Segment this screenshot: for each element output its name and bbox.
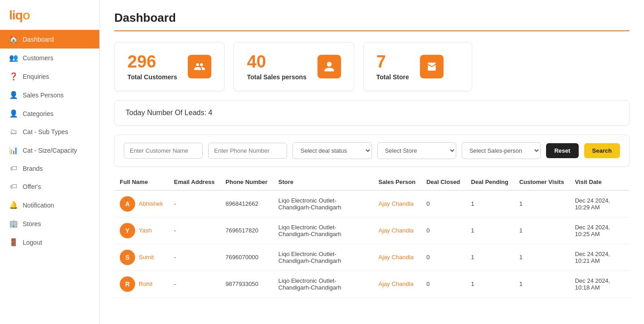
- cell-deal-closed: 0: [421, 190, 465, 218]
- offers-icon: 🏷: [9, 183, 18, 191]
- cell-visit-date: Dec 24 2024, 10:18 AM: [570, 271, 629, 297]
- main-content: Dashboard 296 Total Customers 40 Total S…: [100, 0, 644, 324]
- home-icon: 🏠: [9, 35, 18, 44]
- cell-email: -: [168, 217, 220, 244]
- col-deal-closed: Deal Closed: [421, 174, 465, 190]
- sales-person-link[interactable]: Ajay Chandla: [378, 280, 413, 287]
- cell-fullname: Y Yash: [114, 217, 168, 244]
- leads-banner: Today Number Of Leads: 4: [114, 100, 629, 126]
- cell-visit-date: Dec 24 2024, 10:25 AM: [570, 217, 629, 244]
- cat-size-icon: 📊: [9, 146, 18, 155]
- cell-fullname: R Rohit: [114, 271, 168, 297]
- customer-avatar: R: [120, 276, 135, 292]
- cell-deal-closed: 0: [421, 217, 465, 244]
- stat-card-salespersons: 40 Total Sales persons: [234, 42, 354, 91]
- customer-avatar: Y: [120, 223, 135, 238]
- sidebar-nav: 🏠 Dashboard 👥 Customers ❓ Enquiries 👤 Sa…: [0, 30, 99, 324]
- sidebar-item-enquiries[interactable]: ❓ Enquiries: [0, 67, 99, 86]
- categories-icon: 👤: [9, 109, 18, 118]
- cell-store: Liqo Electronic Outlet-Chandigarh-Chandi…: [273, 244, 373, 271]
- stat-card-customers: 296 Total Customers: [114, 42, 224, 91]
- cell-deal-pending: 1: [466, 217, 514, 244]
- sidebar-item-customers[interactable]: 👥 Customers: [0, 48, 99, 67]
- search-button[interactable]: Search: [584, 143, 620, 158]
- sidebar-item-dashboard[interactable]: 🏠 Dashboard: [0, 30, 99, 48]
- deal-status-select[interactable]: Select deal status Open Closed Pending: [293, 142, 371, 159]
- notification-icon: 🔔: [9, 201, 18, 209]
- sidebar-item-brands[interactable]: 🏷 Brands: [0, 160, 99, 178]
- col-fullname: Full Name: [114, 174, 168, 190]
- sidebar-item-logout[interactable]: 🚪 Logout: [0, 233, 99, 251]
- cell-deal-pending: 1: [466, 271, 514, 297]
- salespersons-stat-icon: [317, 55, 341, 78]
- cell-store: Liqo Electronic Outlet-Chandigarh-Chandi…: [273, 271, 373, 297]
- cell-visit-date: Dec 24 2024, 10:29 AM: [570, 190, 629, 218]
- stat-label-customers: Total Customers: [127, 73, 177, 81]
- title-divider: [114, 30, 629, 31]
- cell-fullname: S Sumit: [114, 244, 168, 271]
- phone-input[interactable]: [208, 143, 287, 159]
- sales-person-link[interactable]: Ajay Chandla: [378, 200, 413, 207]
- sidebar-item-stores[interactable]: 🏢 Stores: [0, 214, 99, 233]
- sidebar-item-offers[interactable]: 🏷 Offer's: [0, 178, 99, 196]
- sidebar-item-label: Brands: [23, 165, 43, 172]
- cell-visit-date: Dec 24 2024, 10:21 AM: [570, 244, 629, 271]
- table-row: S Sumit - 7696070000 Liqo Electronic Out…: [114, 244, 629, 271]
- customer-name-input[interactable]: [124, 143, 203, 159]
- customer-name-link[interactable]: Rohit: [139, 280, 152, 287]
- logout-icon: 🚪: [9, 238, 18, 247]
- cell-fullname: A Abhishek: [114, 190, 168, 218]
- stat-info-salespersons: 40 Total Sales persons: [247, 53, 306, 81]
- cell-sales-person: Ajay Chandla: [373, 190, 421, 218]
- sidebar-item-sales-persons[interactable]: 👤 Sales Persons: [0, 86, 99, 104]
- cell-sales-person: Ajay Chandla: [373, 271, 421, 297]
- col-phone: Phone Number: [220, 174, 273, 190]
- cell-phone: 9877933050: [220, 271, 273, 297]
- customers-table: Full Name Email Address Phone Number Sto…: [114, 174, 629, 298]
- cell-email: -: [168, 271, 220, 297]
- stat-card-store: 7 Total Store: [363, 42, 472, 91]
- sidebar-item-label: Stores: [23, 220, 41, 227]
- stat-number-customers: 296: [127, 53, 177, 72]
- cat-sub-types-icon: 🗂: [9, 128, 18, 136]
- salesperson-select[interactable]: Select Sales-person Ajay Chandla: [462, 142, 541, 159]
- reset-button[interactable]: Reset: [546, 143, 578, 158]
- customer-avatar: S: [120, 250, 135, 265]
- table-row: A Abhishek - 8968412662 Liqo Electronic …: [114, 190, 629, 218]
- col-sales-person: Sales Person: [373, 174, 421, 190]
- sales-person-link[interactable]: Ajay Chandla: [378, 227, 413, 234]
- stat-label-store: Total Store: [376, 73, 409, 81]
- cell-customer-visits: 1: [514, 244, 570, 271]
- stats-row: 296 Total Customers 40 Total Sales perso…: [114, 42, 629, 91]
- sidebar-item-label: Logout: [23, 239, 42, 246]
- sales-person-link[interactable]: Ajay Chandla: [378, 254, 413, 261]
- cell-deal-pending: 1: [466, 190, 514, 218]
- sidebar-item-categories[interactable]: 👤 Categories: [0, 104, 99, 123]
- stat-number-store: 7: [376, 53, 409, 72]
- sidebar-item-label: Sales Persons: [23, 92, 63, 99]
- sidebar-item-cat-size[interactable]: 📊 Cat - Size/Capacity: [0, 141, 99, 160]
- sidebar-item-cat-sub-types[interactable]: 🗂 Cat - Sub Types: [0, 123, 99, 141]
- cell-store: Liqo Electronic Outlet-Chandigarh-Chandi…: [273, 190, 373, 218]
- store-select[interactable]: Select Store Liqo Electronic Outlet-Chan…: [377, 142, 456, 159]
- cell-sales-person: Ajay Chandla: [373, 244, 421, 271]
- sidebar-item-label: Cat - Size/Capacity: [23, 147, 77, 154]
- customers-stat-icon: [188, 55, 211, 78]
- sidebar-item-notification[interactable]: 🔔 Notification: [0, 196, 99, 214]
- customer-name-link[interactable]: Yash: [139, 227, 152, 234]
- cell-deal-pending: 1: [466, 244, 514, 271]
- store-stat-icon: [420, 55, 444, 78]
- cell-email: -: [168, 190, 220, 218]
- customer-name-link[interactable]: Abhishek: [139, 200, 163, 207]
- leads-text: Today Number Of Leads: 4: [126, 109, 212, 116]
- filters-row: Select deal status Open Closed Pending S…: [114, 135, 629, 167]
- stat-info-store: 7 Total Store: [376, 53, 409, 81]
- salesperson-icon: 👤: [9, 91, 18, 99]
- cell-phone: 7696517820: [220, 217, 273, 244]
- stores-icon: 🏢: [9, 219, 18, 228]
- col-email: Email Address: [168, 174, 220, 190]
- sidebar-item-label: Customers: [23, 54, 54, 62]
- brand-name: liqo: [9, 8, 30, 23]
- customer-name-link[interactable]: Sumit: [139, 254, 154, 261]
- sidebar-item-label: Offer's: [23, 183, 41, 190]
